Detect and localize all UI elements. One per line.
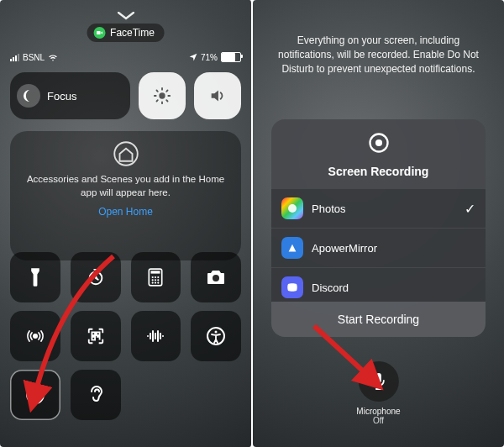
moon-icon	[17, 84, 40, 108]
svg-point-6	[155, 276, 156, 278]
battery-icon	[221, 52, 241, 62]
volume-tile[interactable]	[194, 72, 241, 119]
screen-record-button[interactable]	[10, 370, 60, 420]
svg-point-5	[152, 276, 154, 278]
wifi-icon	[48, 52, 58, 62]
calculator-button[interactable]	[131, 252, 181, 302]
photos-app-icon	[281, 197, 303, 219]
recording-sheet: Screen Recording Photos ✓ ApowerMirror	[271, 119, 486, 337]
cellular-signal-icon	[10, 54, 19, 61]
home-icon	[113, 141, 139, 166]
record-icon	[24, 384, 46, 406]
hearing-button[interactable]	[71, 370, 121, 420]
calculator-icon	[148, 268, 163, 287]
brightness-tile[interactable]	[139, 72, 186, 119]
microphone-toggle[interactable]	[358, 361, 398, 402]
svg-point-7	[158, 276, 160, 278]
svg-point-12	[155, 281, 156, 283]
option-photos[interactable]: Photos ✓	[271, 188, 486, 228]
checkmark-icon: ✓	[465, 201, 475, 217]
sun-icon	[153, 87, 171, 105]
airdrop-icon	[25, 326, 45, 346]
option-apowermirror[interactable]: ApowerMirror	[271, 228, 486, 267]
airdrop-button[interactable]	[10, 311, 60, 361]
microphone-state: Off	[356, 416, 400, 425]
home-text: Accessories and Scenes you add in the Ho…	[20, 173, 231, 199]
status-bar: BSNL 71%	[0, 50, 251, 64]
svg-point-15	[33, 334, 38, 339]
svg-point-9	[155, 279, 156, 281]
recording-hint-text: Everything on your screen, including not…	[273, 34, 484, 76]
sheet-title: Screen Recording	[280, 165, 477, 178]
svg-rect-16	[92, 332, 95, 335]
sound-recognition-button[interactable]	[131, 311, 181, 361]
start-recording-button[interactable]: Start Recording	[271, 302, 486, 337]
microphone-section: Microphone Off	[356, 361, 400, 425]
svg-rect-4	[151, 271, 160, 273]
discord-app-icon	[281, 276, 303, 298]
svg-rect-18	[92, 337, 95, 340]
camera-button[interactable]	[191, 252, 241, 302]
accessibility-button[interactable]	[191, 311, 241, 361]
svg-point-10	[158, 279, 160, 281]
home-card: Accessories and Scenes you add in the Ho…	[10, 131, 241, 260]
svg-point-24	[375, 139, 381, 146]
option-label: Discord	[312, 281, 475, 294]
location-icon	[189, 53, 197, 61]
option-label: ApowerMirror	[312, 242, 475, 255]
chevron-down-icon[interactable]	[118, 7, 134, 24]
svg-point-14	[213, 275, 219, 281]
flashlight-icon	[27, 267, 44, 287]
battery-percent: 71%	[201, 53, 218, 62]
focus-tile[interactable]: Focus	[10, 72, 130, 119]
apowermirror-app-icon	[281, 237, 303, 259]
svg-rect-17	[97, 332, 100, 335]
svg-point-8	[152, 279, 154, 281]
svg-point-20	[215, 330, 218, 333]
record-icon	[367, 131, 391, 155]
accessibility-icon	[206, 326, 226, 346]
microphone-icon	[370, 371, 386, 392]
facetime-label: FaceTime	[110, 27, 155, 39]
flashlight-button[interactable]	[10, 252, 60, 302]
carrier-label: BSNL	[23, 53, 45, 62]
timer-button[interactable]	[71, 252, 121, 302]
svg-point-22	[32, 392, 39, 399]
timer-icon	[87, 268, 105, 287]
qr-icon	[87, 327, 105, 345]
speaker-icon	[208, 87, 227, 105]
option-label: Photos	[312, 202, 456, 215]
ear-icon	[87, 384, 105, 406]
microphone-label: Microphone	[356, 407, 400, 416]
control-center-panel: FaceTime BSNL 71%	[0, 0, 253, 447]
soundwave-icon	[145, 327, 165, 345]
svg-point-13	[158, 281, 160, 283]
svg-rect-26	[375, 373, 381, 383]
svg-point-11	[152, 281, 154, 283]
screen-recording-panel: Everything on your screen, including not…	[253, 0, 504, 447]
qr-scanner-button[interactable]	[71, 311, 121, 361]
start-recording-label: Start Recording	[338, 313, 419, 326]
svg-point-25	[288, 204, 297, 213]
facetime-indicator[interactable]: FaceTime	[87, 24, 165, 42]
sheet-header: Screen Recording	[271, 119, 486, 188]
focus-label: Focus	[47, 90, 76, 103]
svg-point-0	[159, 92, 165, 98]
facetime-icon	[93, 27, 105, 39]
option-discord[interactable]: Discord	[271, 267, 486, 302]
camera-icon	[206, 269, 226, 286]
open-home-link[interactable]: Open Home	[98, 206, 153, 218]
